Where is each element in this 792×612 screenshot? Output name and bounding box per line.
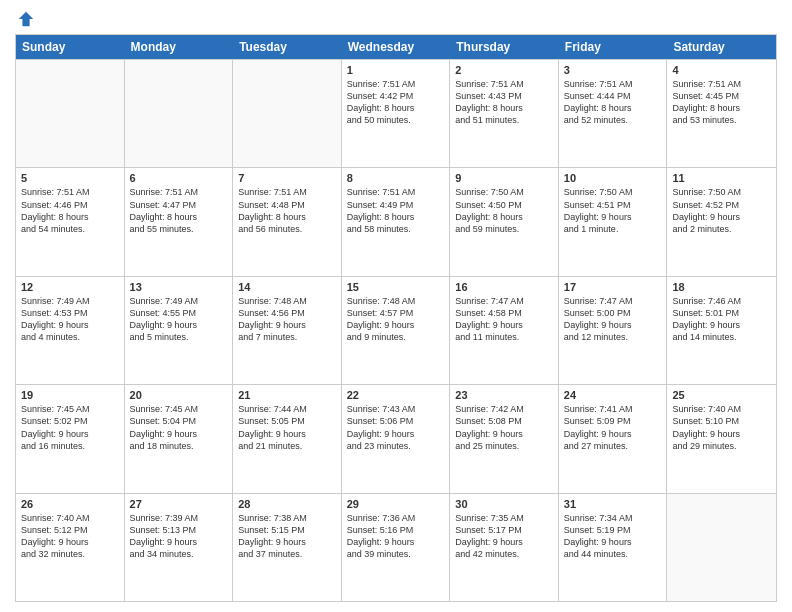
- day-cell-28: 28Sunrise: 7:38 AM Sunset: 5:15 PM Dayli…: [233, 494, 342, 601]
- day-content: Sunrise: 7:36 AM Sunset: 5:16 PM Dayligh…: [347, 512, 445, 561]
- day-number: 30: [455, 498, 553, 510]
- day-cell-24: 24Sunrise: 7:41 AM Sunset: 5:09 PM Dayli…: [559, 385, 668, 492]
- day-number: 23: [455, 389, 553, 401]
- day-cell-21: 21Sunrise: 7:44 AM Sunset: 5:05 PM Dayli…: [233, 385, 342, 492]
- day-number: 24: [564, 389, 662, 401]
- day-number: 10: [564, 172, 662, 184]
- day-number: 8: [347, 172, 445, 184]
- day-cell-14: 14Sunrise: 7:48 AM Sunset: 4:56 PM Dayli…: [233, 277, 342, 384]
- day-content: Sunrise: 7:35 AM Sunset: 5:17 PM Dayligh…: [455, 512, 553, 561]
- calendar-row-5: 26Sunrise: 7:40 AM Sunset: 5:12 PM Dayli…: [16, 493, 776, 601]
- svg-marker-0: [19, 12, 33, 26]
- day-number: 9: [455, 172, 553, 184]
- day-cell-15: 15Sunrise: 7:48 AM Sunset: 4:57 PM Dayli…: [342, 277, 451, 384]
- day-content: Sunrise: 7:43 AM Sunset: 5:06 PM Dayligh…: [347, 403, 445, 452]
- calendar-header: SundayMondayTuesdayWednesdayThursdayFrid…: [16, 35, 776, 59]
- day-content: Sunrise: 7:47 AM Sunset: 4:58 PM Dayligh…: [455, 295, 553, 344]
- day-number: 31: [564, 498, 662, 510]
- day-header-saturday: Saturday: [667, 35, 776, 59]
- day-number: 3: [564, 64, 662, 76]
- day-content: Sunrise: 7:51 AM Sunset: 4:43 PM Dayligh…: [455, 78, 553, 127]
- day-cell-1: 1Sunrise: 7:51 AM Sunset: 4:42 PM Daylig…: [342, 60, 451, 167]
- day-cell-19: 19Sunrise: 7:45 AM Sunset: 5:02 PM Dayli…: [16, 385, 125, 492]
- day-content: Sunrise: 7:49 AM Sunset: 4:55 PM Dayligh…: [130, 295, 228, 344]
- day-content: Sunrise: 7:51 AM Sunset: 4:49 PM Dayligh…: [347, 186, 445, 235]
- calendar-row-4: 19Sunrise: 7:45 AM Sunset: 5:02 PM Dayli…: [16, 384, 776, 492]
- day-number: 22: [347, 389, 445, 401]
- day-cell-5: 5Sunrise: 7:51 AM Sunset: 4:46 PM Daylig…: [16, 168, 125, 275]
- day-cell-31: 31Sunrise: 7:34 AM Sunset: 5:19 PM Dayli…: [559, 494, 668, 601]
- day-cell-18: 18Sunrise: 7:46 AM Sunset: 5:01 PM Dayli…: [667, 277, 776, 384]
- logo: [15, 10, 35, 28]
- day-cell-11: 11Sunrise: 7:50 AM Sunset: 4:52 PM Dayli…: [667, 168, 776, 275]
- day-cell-17: 17Sunrise: 7:47 AM Sunset: 5:00 PM Dayli…: [559, 277, 668, 384]
- day-number: 19: [21, 389, 119, 401]
- day-cell-29: 29Sunrise: 7:36 AM Sunset: 5:16 PM Dayli…: [342, 494, 451, 601]
- day-number: 27: [130, 498, 228, 510]
- day-content: Sunrise: 7:51 AM Sunset: 4:42 PM Dayligh…: [347, 78, 445, 127]
- day-number: 14: [238, 281, 336, 293]
- day-cell-16: 16Sunrise: 7:47 AM Sunset: 4:58 PM Dayli…: [450, 277, 559, 384]
- day-header-monday: Monday: [125, 35, 234, 59]
- day-content: Sunrise: 7:38 AM Sunset: 5:15 PM Dayligh…: [238, 512, 336, 561]
- day-content: Sunrise: 7:50 AM Sunset: 4:52 PM Dayligh…: [672, 186, 771, 235]
- day-content: Sunrise: 7:42 AM Sunset: 5:08 PM Dayligh…: [455, 403, 553, 452]
- empty-cell: [16, 60, 125, 167]
- day-content: Sunrise: 7:51 AM Sunset: 4:44 PM Dayligh…: [564, 78, 662, 127]
- day-number: 2: [455, 64, 553, 76]
- day-cell-9: 9Sunrise: 7:50 AM Sunset: 4:50 PM Daylig…: [450, 168, 559, 275]
- day-number: 7: [238, 172, 336, 184]
- logo-icon: [17, 10, 35, 28]
- empty-cell: [125, 60, 234, 167]
- day-header-thursday: Thursday: [450, 35, 559, 59]
- day-cell-23: 23Sunrise: 7:42 AM Sunset: 5:08 PM Dayli…: [450, 385, 559, 492]
- day-number: 16: [455, 281, 553, 293]
- day-header-tuesday: Tuesday: [233, 35, 342, 59]
- day-cell-3: 3Sunrise: 7:51 AM Sunset: 4:44 PM Daylig…: [559, 60, 668, 167]
- day-content: Sunrise: 7:51 AM Sunset: 4:46 PM Dayligh…: [21, 186, 119, 235]
- empty-cell: [667, 494, 776, 601]
- day-number: 25: [672, 389, 771, 401]
- day-cell-7: 7Sunrise: 7:51 AM Sunset: 4:48 PM Daylig…: [233, 168, 342, 275]
- day-header-wednesday: Wednesday: [342, 35, 451, 59]
- day-number: 6: [130, 172, 228, 184]
- day-content: Sunrise: 7:48 AM Sunset: 4:56 PM Dayligh…: [238, 295, 336, 344]
- calendar: SundayMondayTuesdayWednesdayThursdayFrid…: [15, 34, 777, 602]
- day-cell-22: 22Sunrise: 7:43 AM Sunset: 5:06 PM Dayli…: [342, 385, 451, 492]
- day-number: 17: [564, 281, 662, 293]
- day-content: Sunrise: 7:46 AM Sunset: 5:01 PM Dayligh…: [672, 295, 771, 344]
- day-content: Sunrise: 7:45 AM Sunset: 5:04 PM Dayligh…: [130, 403, 228, 452]
- day-cell-10: 10Sunrise: 7:50 AM Sunset: 4:51 PM Dayli…: [559, 168, 668, 275]
- calendar-body: 1Sunrise: 7:51 AM Sunset: 4:42 PM Daylig…: [16, 59, 776, 601]
- calendar-row-2: 5Sunrise: 7:51 AM Sunset: 4:46 PM Daylig…: [16, 167, 776, 275]
- day-content: Sunrise: 7:39 AM Sunset: 5:13 PM Dayligh…: [130, 512, 228, 561]
- day-number: 12: [21, 281, 119, 293]
- day-number: 29: [347, 498, 445, 510]
- day-number: 18: [672, 281, 771, 293]
- day-content: Sunrise: 7:51 AM Sunset: 4:47 PM Dayligh…: [130, 186, 228, 235]
- day-content: Sunrise: 7:50 AM Sunset: 4:50 PM Dayligh…: [455, 186, 553, 235]
- day-content: Sunrise: 7:40 AM Sunset: 5:10 PM Dayligh…: [672, 403, 771, 452]
- day-cell-20: 20Sunrise: 7:45 AM Sunset: 5:04 PM Dayli…: [125, 385, 234, 492]
- empty-cell: [233, 60, 342, 167]
- day-content: Sunrise: 7:47 AM Sunset: 5:00 PM Dayligh…: [564, 295, 662, 344]
- day-content: Sunrise: 7:50 AM Sunset: 4:51 PM Dayligh…: [564, 186, 662, 235]
- day-content: Sunrise: 7:40 AM Sunset: 5:12 PM Dayligh…: [21, 512, 119, 561]
- day-number: 21: [238, 389, 336, 401]
- day-number: 13: [130, 281, 228, 293]
- day-number: 28: [238, 498, 336, 510]
- day-cell-2: 2Sunrise: 7:51 AM Sunset: 4:43 PM Daylig…: [450, 60, 559, 167]
- day-content: Sunrise: 7:51 AM Sunset: 4:48 PM Dayligh…: [238, 186, 336, 235]
- day-cell-8: 8Sunrise: 7:51 AM Sunset: 4:49 PM Daylig…: [342, 168, 451, 275]
- day-number: 26: [21, 498, 119, 510]
- day-content: Sunrise: 7:44 AM Sunset: 5:05 PM Dayligh…: [238, 403, 336, 452]
- day-content: Sunrise: 7:49 AM Sunset: 4:53 PM Dayligh…: [21, 295, 119, 344]
- calendar-row-1: 1Sunrise: 7:51 AM Sunset: 4:42 PM Daylig…: [16, 59, 776, 167]
- day-cell-4: 4Sunrise: 7:51 AM Sunset: 4:45 PM Daylig…: [667, 60, 776, 167]
- day-number: 15: [347, 281, 445, 293]
- day-content: Sunrise: 7:45 AM Sunset: 5:02 PM Dayligh…: [21, 403, 119, 452]
- day-content: Sunrise: 7:48 AM Sunset: 4:57 PM Dayligh…: [347, 295, 445, 344]
- day-cell-6: 6Sunrise: 7:51 AM Sunset: 4:47 PM Daylig…: [125, 168, 234, 275]
- day-cell-27: 27Sunrise: 7:39 AM Sunset: 5:13 PM Dayli…: [125, 494, 234, 601]
- calendar-row-3: 12Sunrise: 7:49 AM Sunset: 4:53 PM Dayli…: [16, 276, 776, 384]
